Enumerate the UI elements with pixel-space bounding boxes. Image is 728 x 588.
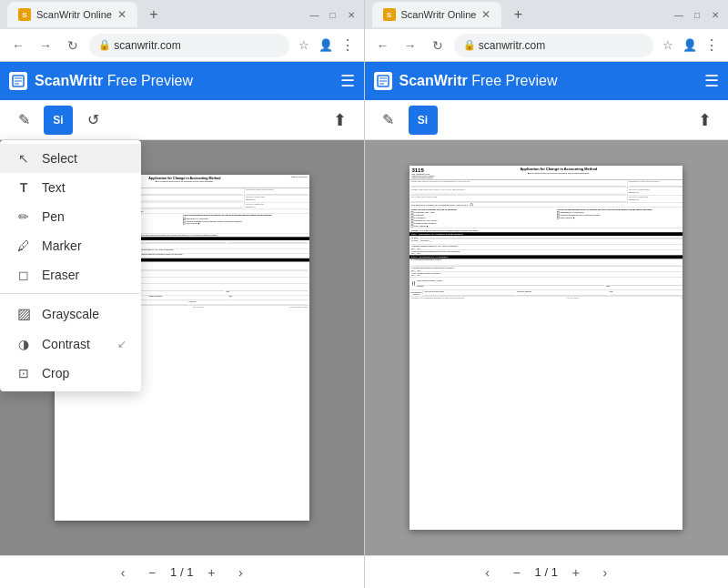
logo-icon-left — [9, 72, 27, 90]
tab-favicon-right: S — [383, 8, 396, 21]
url-input-left[interactable]: 🔒 scanwritr.com — [89, 34, 289, 57]
app-header-left: ScanWritr Free Preview ☰ — [0, 62, 364, 100]
app-logo-right — [374, 72, 392, 90]
select-menu-item[interactable]: ↖ Select — [0, 144, 141, 173]
account-icon-left[interactable]: 👤 — [317, 36, 335, 55]
pencil-tool-button[interactable]: ✎ — [7, 104, 40, 137]
forward-button-right[interactable]: → — [399, 35, 421, 56]
browser-tab-left[interactable]: S ScanWritr Online ✕ — [7, 2, 137, 27]
close-button-right[interactable]: ✕ — [710, 9, 721, 20]
forward-button-left[interactable]: → — [35, 35, 56, 56]
crop-icon: ⊡ — [15, 366, 33, 380]
back-button-left[interactable]: ← — [7, 35, 29, 56]
new-tab-button-right[interactable]: + — [507, 4, 529, 25]
crop-label: Crop — [42, 366, 69, 380]
tab-close-left[interactable]: ✕ — [117, 8, 126, 21]
page-number-left: 1 / 1 — [170, 565, 193, 579]
logo-icon-right — [374, 72, 392, 90]
minimize-button-right[interactable]: — — [673, 9, 684, 20]
tab-title-right: ScanWritr Online — [401, 9, 477, 20]
pdf-prev-right[interactable]: ‹ — [477, 562, 499, 583]
select-icon: ↖ — [15, 151, 33, 166]
text-menu-item[interactable]: T Text — [0, 173, 141, 202]
bookmark-icon-left[interactable]: ☆ — [295, 36, 313, 55]
tools-dropdown-menu: ↖ Select T Text ✏ Pen 🖊 Marker ◻ Eras — [0, 140, 141, 391]
menu-icon-right[interactable]: ⋮ — [703, 36, 721, 55]
url-text-right: scanwritr.com — [479, 39, 545, 52]
marker-menu-item[interactable]: 🖊 Marker — [0, 231, 141, 260]
minimize-button-left[interactable]: — — [309, 9, 320, 20]
app-logo-left — [9, 72, 27, 90]
pdf-prev-left[interactable]: ‹ — [112, 562, 134, 583]
upload-button-right[interactable]: ⬆ — [688, 104, 721, 137]
bookmark-icon-right[interactable]: ☆ — [659, 36, 677, 55]
marker-icon: 🖊 — [15, 238, 33, 253]
hamburger-menu-left[interactable]: ☰ — [340, 71, 355, 91]
zoom-in-left[interactable]: + — [200, 562, 222, 583]
account-icon-right[interactable]: 👤 — [681, 36, 699, 55]
toolbar-right: ✎ Si ⬆ — [365, 100, 729, 140]
grayscale-menu-item[interactable]: ▨ Grayscale — [0, 298, 141, 329]
menu-icon-left[interactable]: ⋮ — [339, 36, 357, 55]
grayscale-label: Grayscale — [42, 307, 99, 321]
pen-menu-item[interactable]: ✏ Pen — [0, 202, 141, 231]
pen-icon: ✏ — [15, 209, 33, 224]
upload-button-left[interactable]: ⬆ — [324, 104, 357, 137]
text-icon: T — [15, 180, 33, 195]
zoom-out-right[interactable]: − — [506, 562, 528, 583]
text-label: Text — [42, 180, 66, 195]
window-controls-right: — □ ✕ — [673, 9, 721, 20]
app-title-right: ScanWritr Free Preview — [399, 73, 558, 89]
maximize-button-left[interactable]: □ — [328, 9, 339, 20]
marker-label: Marker — [42, 238, 82, 253]
url-input-right[interactable]: 🔒 scanwritr.com — [454, 34, 654, 57]
tab-favicon-left: S — [18, 8, 31, 21]
select-label: Select — [42, 151, 77, 166]
window-controls-left: — □ ✕ — [309, 9, 357, 20]
document-page-right: 3115 Rev. December 2018 Department of th… — [410, 166, 682, 530]
pencil-tool-button-right[interactable]: ✎ — [372, 104, 405, 137]
maximize-button-right[interactable]: □ — [692, 9, 703, 20]
close-button-left[interactable]: ✕ — [346, 9, 357, 20]
pdf-nav-bar-right: ‹ − 1 / 1 + › — [365, 555, 729, 588]
menu-divider — [0, 293, 141, 294]
contrast-icon: ◑ — [15, 337, 33, 351]
pdf-next-left[interactable]: › — [229, 562, 251, 583]
pdf-nav-bar-left: ‹ − 1 / 1 + › — [0, 555, 364, 588]
undo-button[interactable]: ↺ — [76, 104, 109, 137]
si-tool-button[interactable]: Si — [44, 106, 73, 135]
new-tab-button-left[interactable]: + — [143, 4, 165, 25]
back-button-right[interactable]: ← — [372, 35, 394, 56]
grayscale-icon: ▨ — [15, 305, 33, 322]
tab-close-right[interactable]: ✕ — [481, 8, 490, 21]
page-number-right: 1 / 1 — [535, 565, 558, 579]
form-content-right: 3115 Rev. December 2018 Department of th… — [410, 166, 682, 530]
refresh-button-right[interactable]: ↻ — [427, 35, 449, 56]
contrast-label: Contrast — [42, 337, 90, 351]
si-tool-button-right[interactable]: Si — [409, 106, 438, 135]
url-text-left: scanwritr.com — [114, 39, 180, 52]
contrast-menu-item[interactable]: ◑ Contrast ↙ — [0, 329, 141, 359]
app-title-left: ScanWritr Free Preview — [35, 73, 193, 89]
pdf-next-right[interactable]: › — [594, 562, 616, 583]
address-bar-left: ← → ↻ 🔒 scanwritr.com ☆ 👤 ⋮ — [0, 29, 364, 62]
pen-label: Pen — [42, 209, 65, 224]
eraser-icon: ◻ — [15, 268, 33, 282]
eraser-label: Eraser — [42, 268, 79, 282]
hamburger-menu-right[interactable]: ☰ — [704, 71, 719, 91]
document-area-right: 3115 Rev. December 2018 Department of th… — [365, 140, 729, 555]
zoom-out-left[interactable]: − — [141, 562, 163, 583]
browser-tab-right[interactable]: S ScanWritr Online ✕ — [372, 2, 502, 27]
eraser-menu-item[interactable]: ◻ Eraser — [0, 260, 141, 289]
app-header-right: ScanWritr Free Preview ☰ — [365, 62, 729, 100]
address-bar-right: ← → ↻ 🔒 scanwritr.com ☆ 👤 ⋮ — [365, 29, 729, 62]
tab-title-left: ScanWritr Online — [36, 9, 112, 20]
zoom-in-right[interactable]: + — [565, 562, 587, 583]
crop-menu-item[interactable]: ⊡ Crop — [0, 359, 141, 388]
toolbar-left: ✎ Si ↺ ⬆ ↖ Select T Text ✏ Pen — [0, 100, 364, 140]
refresh-button-left[interactable]: ↻ — [62, 35, 84, 56]
